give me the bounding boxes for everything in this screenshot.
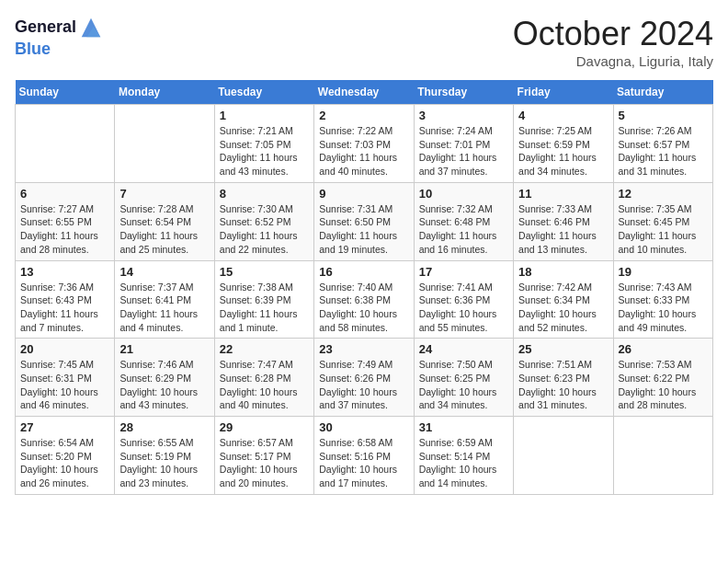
day-number: 2 <box>319 109 408 122</box>
calendar-cell: 25Sunrise: 7:51 AM Sunset: 6:23 PM Dayli… <box>514 339 613 417</box>
weekday-header-sunday: Sunday <box>16 80 115 105</box>
calendar-cell: 16Sunrise: 7:40 AM Sunset: 6:38 PM Dayli… <box>314 260 414 339</box>
day-info: Sunrise: 7:33 AM Sunset: 6:46 PM Dayligh… <box>518 202 608 257</box>
day-number: 20 <box>20 342 109 356</box>
day-info: Sunrise: 6:59 AM Sunset: 5:14 PM Dayligh… <box>419 436 508 490</box>
day-info: Sunrise: 7:21 AM Sunset: 7:05 PM Dayligh… <box>220 124 309 178</box>
day-info: Sunrise: 7:40 AM Sunset: 6:38 PM Dayligh… <box>319 281 408 335</box>
calendar-cell: 20Sunrise: 7:45 AM Sunset: 6:31 PM Dayli… <box>16 339 115 417</box>
weekday-header-wednesday: Wednesday <box>314 80 414 105</box>
day-info: Sunrise: 7:50 AM Sunset: 6:25 PM Dayligh… <box>419 358 508 412</box>
calendar-cell: 6Sunrise: 7:27 AM Sunset: 6:55 PM Daylig… <box>16 182 115 260</box>
day-number: 14 <box>119 265 209 279</box>
day-info: Sunrise: 7:28 AM Sunset: 6:54 PM Dayligh… <box>119 202 209 257</box>
calendar-cell: 22Sunrise: 7:47 AM Sunset: 6:28 PM Dayli… <box>214 339 313 417</box>
day-info: Sunrise: 7:45 AM Sunset: 6:31 PM Dayligh… <box>20 358 109 412</box>
day-info: Sunrise: 7:42 AM Sunset: 6:34 PM Dayligh… <box>518 281 608 335</box>
day-info: Sunrise: 7:26 AM Sunset: 6:57 PM Dayligh… <box>619 124 708 178</box>
calendar-cell: 1Sunrise: 7:21 AM Sunset: 7:05 PM Daylig… <box>214 105 313 183</box>
day-number: 10 <box>419 187 508 201</box>
calendar-cell: 26Sunrise: 7:53 AM Sunset: 6:22 PM Dayli… <box>613 339 712 417</box>
day-number: 1 <box>220 109 309 122</box>
calendar-cell <box>613 417 712 495</box>
day-number: 30 <box>319 420 408 434</box>
calendar-week-row: 6Sunrise: 7:27 AM Sunset: 6:55 PM Daylig… <box>16 182 713 260</box>
weekday-header-saturday: Saturday <box>613 80 712 105</box>
calendar-cell: 19Sunrise: 7:43 AM Sunset: 6:33 PM Dayli… <box>613 260 712 339</box>
day-info: Sunrise: 7:47 AM Sunset: 6:28 PM Dayligh… <box>220 358 309 412</box>
day-number: 26 <box>619 342 708 356</box>
calendar-cell: 8Sunrise: 7:30 AM Sunset: 6:52 PM Daylig… <box>214 182 313 260</box>
day-info: Sunrise: 7:35 AM Sunset: 6:45 PM Dayligh… <box>619 202 708 257</box>
day-info: Sunrise: 6:55 AM Sunset: 5:19 PM Dayligh… <box>119 436 209 490</box>
location: Davagna, Liguria, Italy <box>513 53 713 69</box>
calendar-cell: 30Sunrise: 6:58 AM Sunset: 5:16 PM Dayli… <box>314 417 414 495</box>
day-number: 5 <box>619 109 708 122</box>
day-info: Sunrise: 7:38 AM Sunset: 6:39 PM Dayligh… <box>220 281 309 335</box>
day-info: Sunrise: 7:25 AM Sunset: 6:59 PM Dayligh… <box>518 124 608 178</box>
logo-blue-text: Blue <box>15 40 51 58</box>
calendar-cell: 15Sunrise: 7:38 AM Sunset: 6:39 PM Dayli… <box>214 260 313 339</box>
calendar-cell: 29Sunrise: 6:57 AM Sunset: 5:17 PM Dayli… <box>214 417 313 495</box>
day-info: Sunrise: 7:24 AM Sunset: 7:01 PM Dayligh… <box>419 124 508 178</box>
calendar-cell: 3Sunrise: 7:24 AM Sunset: 7:01 PM Daylig… <box>414 105 513 183</box>
calendar-cell <box>16 105 115 183</box>
calendar-week-row: 13Sunrise: 7:36 AM Sunset: 6:43 PM Dayli… <box>16 260 713 339</box>
day-info: Sunrise: 7:30 AM Sunset: 6:52 PM Dayligh… <box>220 202 309 257</box>
calendar-body: 1Sunrise: 7:21 AM Sunset: 7:05 PM Daylig… <box>16 105 713 495</box>
calendar-cell: 18Sunrise: 7:42 AM Sunset: 6:34 PM Dayli… <box>514 260 613 339</box>
calendar-cell: 14Sunrise: 7:37 AM Sunset: 6:41 PM Dayli… <box>115 260 214 339</box>
day-info: Sunrise: 7:37 AM Sunset: 6:41 PM Dayligh… <box>119 281 209 335</box>
day-number: 24 <box>419 342 508 356</box>
day-number: 17 <box>419 265 508 279</box>
day-number: 27 <box>20 420 109 434</box>
day-info: Sunrise: 7:49 AM Sunset: 6:26 PM Dayligh… <box>319 358 408 412</box>
day-info: Sunrise: 7:31 AM Sunset: 6:50 PM Dayligh… <box>319 202 408 257</box>
day-number: 3 <box>419 109 508 122</box>
weekday-header-thursday: Thursday <box>414 80 513 105</box>
day-number: 16 <box>319 265 408 279</box>
day-number: 28 <box>119 420 209 434</box>
title-block: October 2024 Davagna, Liguria, Italy <box>513 15 713 69</box>
weekday-header-tuesday: Tuesday <box>214 80 313 105</box>
day-number: 31 <box>419 420 508 434</box>
day-number: 29 <box>220 420 309 434</box>
month-title: October 2024 <box>513 15 713 53</box>
calendar-week-row: 1Sunrise: 7:21 AM Sunset: 7:05 PM Daylig… <box>16 105 713 183</box>
day-number: 7 <box>119 187 209 201</box>
calendar-cell: 17Sunrise: 7:41 AM Sunset: 6:36 PM Dayli… <box>414 260 513 339</box>
weekday-header-friday: Friday <box>514 80 613 105</box>
day-number: 25 <box>518 342 608 356</box>
day-info: Sunrise: 7:53 AM Sunset: 6:22 PM Dayligh… <box>619 358 708 412</box>
day-info: Sunrise: 7:32 AM Sunset: 6:48 PM Dayligh… <box>419 202 508 257</box>
day-info: Sunrise: 7:41 AM Sunset: 6:36 PM Dayligh… <box>419 281 508 335</box>
day-number: 18 <box>518 265 608 279</box>
day-info: Sunrise: 7:46 AM Sunset: 6:29 PM Dayligh… <box>119 358 209 412</box>
day-info: Sunrise: 7:27 AM Sunset: 6:55 PM Dayligh… <box>20 202 109 257</box>
day-number: 22 <box>220 342 309 356</box>
calendar-header-row: SundayMondayTuesdayWednesdayThursdayFrid… <box>16 80 713 105</box>
calendar-cell <box>115 105 214 183</box>
calendar-cell: 23Sunrise: 7:49 AM Sunset: 6:26 PM Dayli… <box>314 339 414 417</box>
calendar-cell: 28Sunrise: 6:55 AM Sunset: 5:19 PM Dayli… <box>115 417 214 495</box>
day-number: 8 <box>220 187 309 201</box>
calendar-cell: 9Sunrise: 7:31 AM Sunset: 6:50 PM Daylig… <box>314 182 414 260</box>
day-number: 15 <box>220 265 309 279</box>
calendar-cell: 27Sunrise: 6:54 AM Sunset: 5:20 PM Dayli… <box>16 417 115 495</box>
day-info: Sunrise: 6:54 AM Sunset: 5:20 PM Dayligh… <box>20 436 109 490</box>
calendar-cell: 5Sunrise: 7:26 AM Sunset: 6:57 PM Daylig… <box>613 105 712 183</box>
day-number: 9 <box>319 187 408 201</box>
calendar-cell: 7Sunrise: 7:28 AM Sunset: 6:54 PM Daylig… <box>115 182 214 260</box>
logo-text: General <box>15 18 76 37</box>
calendar-cell <box>514 417 613 495</box>
day-number: 12 <box>619 187 708 201</box>
day-number: 21 <box>119 342 209 356</box>
calendar-cell: 21Sunrise: 7:46 AM Sunset: 6:29 PM Dayli… <box>115 339 214 417</box>
day-info: Sunrise: 7:43 AM Sunset: 6:33 PM Dayligh… <box>619 281 708 335</box>
calendar-cell: 12Sunrise: 7:35 AM Sunset: 6:45 PM Dayli… <box>613 182 712 260</box>
calendar-cell: 31Sunrise: 6:59 AM Sunset: 5:14 PM Dayli… <box>414 417 513 495</box>
calendar-week-row: 27Sunrise: 6:54 AM Sunset: 5:20 PM Dayli… <box>16 417 713 495</box>
logo-icon <box>78 15 104 40</box>
day-number: 13 <box>20 265 109 279</box>
day-info: Sunrise: 6:57 AM Sunset: 5:17 PM Dayligh… <box>220 436 309 490</box>
